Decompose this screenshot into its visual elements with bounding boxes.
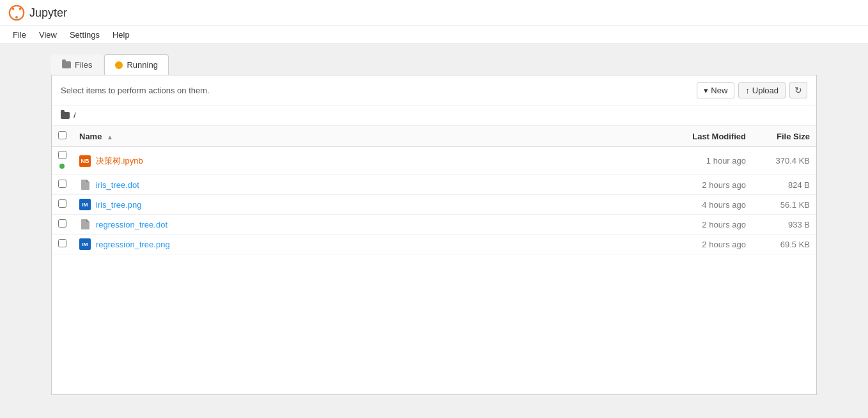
row-modified-5: 2 hours ago (624, 235, 752, 254)
row-checkbox-cell-1 (52, 147, 73, 175)
header-name-label: Name (79, 132, 102, 141)
sort-arrow-icon: ▲ (107, 134, 113, 141)
row-name-cell-2: iris_tree.dot (73, 175, 624, 195)
header-modified-label: Last Modified (692, 132, 746, 141)
upload-button-label: Upload (752, 86, 779, 95)
dot-file-icon-2 (79, 219, 91, 230)
new-button-arrow: ▾ (704, 86, 708, 95)
file-link-1[interactable]: 决策树.ipynb (96, 155, 143, 167)
row-checkbox-5[interactable] (58, 239, 66, 247)
upload-button[interactable]: ↑ Upload (738, 82, 786, 98)
file-link-5[interactable]: regression_tree.png (96, 240, 170, 249)
header-file-size[interactable]: File Size (752, 126, 816, 147)
file-link-4[interactable]: regression_tree.dot (96, 220, 167, 229)
file-link-3[interactable]: iris_tree.png (96, 200, 142, 210)
row-modified-2: 2 hours ago (624, 175, 752, 195)
file-link-2[interactable]: iris_tree.dot (96, 180, 139, 190)
row-checkbox-2[interactable] (58, 180, 66, 188)
notebook-icon: NB (79, 155, 91, 167)
row-name-cell-4: regression_tree.dot (73, 215, 624, 235)
breadcrumb: / (52, 105, 816, 126)
png-file-icon-2: IM (79, 238, 91, 250)
header-size-label: File Size (777, 132, 810, 141)
table-row: iris_tree.dot 2 hours ago 824 B (52, 175, 816, 195)
header-last-modified[interactable]: Last Modified (624, 126, 752, 147)
menu-help[interactable]: Help (107, 29, 135, 41)
refresh-button[interactable]: ↻ (789, 82, 807, 98)
row-size-1: 370.4 KB (752, 147, 816, 175)
tab-running-label: Running (127, 60, 157, 70)
row-checkbox-1[interactable] (58, 151, 66, 159)
new-button[interactable]: ▾ New (697, 82, 734, 98)
upload-icon: ↑ (745, 86, 750, 95)
tab-running[interactable]: Running (104, 54, 168, 75)
header-select-all[interactable] (52, 126, 73, 147)
row-checkbox-cell-5 (52, 235, 73, 254)
table-row: IM regression_tree.png 2 hours ago 69.5 … (52, 235, 816, 254)
row-checkbox-cell-4 (52, 215, 73, 235)
tab-files[interactable]: Files (51, 54, 103, 75)
svg-point-2 (19, 8, 22, 10)
new-button-label: New (711, 86, 727, 95)
row-name-cell-3: IM iris_tree.png (73, 195, 624, 215)
panel-actions: ▾ New ↑ Upload ↻ (697, 82, 807, 98)
menu-view[interactable]: View (34, 29, 62, 41)
breadcrumb-path: / (74, 111, 76, 120)
table-row: NB 决策树.ipynb 1 hour ago 370.4 KB (52, 147, 816, 175)
menu-file[interactable]: File (8, 29, 31, 41)
row-size-3: 56.1 KB (752, 195, 816, 215)
app-logo: Jupyter (8, 4, 67, 22)
row-size-2: 824 B (752, 175, 816, 195)
row-checkbox-cell-2 (52, 175, 73, 195)
menu-settings[interactable]: Settings (65, 29, 105, 41)
dot-file-icon (79, 179, 91, 190)
breadcrumb-folder-icon (61, 112, 70, 119)
running-icon (115, 61, 123, 69)
file-panel: Select items to perform actions on them.… (51, 75, 817, 395)
row-modified-1: 1 hour ago (624, 147, 752, 175)
running-indicator-1 (59, 164, 65, 169)
file-list: NB 决策树.ipynb 1 hour ago 370.4 KB (52, 147, 816, 254)
main-content: Files Running Select items to perform ac… (0, 44, 868, 405)
table-row: IM iris_tree.png 4 hours ago 56.1 KB (52, 195, 816, 215)
app-title: Jupyter (29, 6, 67, 20)
table-row: regression_tree.dot 2 hours ago 933 B (52, 215, 816, 235)
row-checkbox-cell-3 (52, 195, 73, 215)
file-table: Name ▲ Last Modified File Size (52, 126, 816, 254)
svg-point-1 (12, 8, 14, 10)
row-size-4: 933 B (752, 215, 816, 235)
svg-point-3 (15, 16, 18, 19)
topbar: Jupyter (0, 0, 868, 26)
row-checkbox-3[interactable] (58, 199, 66, 208)
header-name[interactable]: Name ▲ (73, 126, 624, 147)
panel-header: Select items to perform actions on them.… (52, 75, 816, 105)
row-name-cell-1: NB 决策树.ipynb (73, 147, 624, 175)
row-modified-4: 2 hours ago (624, 215, 752, 235)
select-all-checkbox[interactable] (58, 131, 66, 139)
row-name-cell-5: IM regression_tree.png (73, 235, 624, 254)
jupyter-logo-icon (8, 4, 26, 22)
folder-icon (62, 61, 71, 68)
row-size-5: 69.5 KB (752, 235, 816, 254)
row-modified-3: 4 hours ago (624, 195, 752, 215)
tab-files-label: Files (75, 60, 92, 70)
menubar: File View Settings Help (0, 26, 868, 44)
table-header-row: Name ▲ Last Modified File Size (52, 126, 816, 147)
row-checkbox-4[interactable] (58, 219, 66, 228)
png-file-icon: IM (79, 199, 91, 210)
select-hint: Select items to perform actions on them. (61, 86, 210, 95)
tab-bar: Files Running (51, 54, 817, 75)
